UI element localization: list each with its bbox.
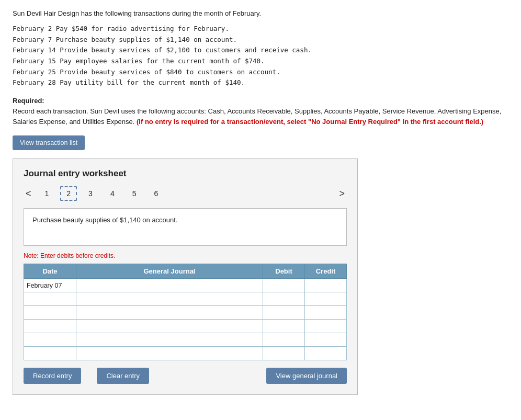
transactions-list: February 2 Pay $540 for radio advertisin… [13,24,508,88]
next-tab-button[interactable]: > [337,188,347,199]
credit-cell-5[interactable] [305,333,347,347]
credit-cell-6[interactable] [305,347,347,360]
tab-1[interactable]: 1 [39,186,55,201]
credit-input-2[interactable] [305,292,346,305]
record-entry-button[interactable]: Record entry [24,368,81,384]
credit-input-3[interactable] [305,306,346,319]
credit-input-5[interactable] [305,333,346,346]
transaction-description: Purchase beauty supplies of $1,140 on ac… [24,208,347,246]
date-cell-1: February 07 [24,279,76,292]
transaction-line-2: February 7 Purchase beauty supplies of $… [13,35,508,46]
gj-cell-3[interactable] [76,306,263,320]
date-cell-4[interactable] [24,320,76,333]
prev-tab-button[interactable]: < [24,188,33,199]
date-cell-6[interactable] [24,347,76,360]
table-row [24,333,347,347]
gj-input-6[interactable] [76,347,263,360]
intro-text: Sun Devil Hair Design has the following … [13,9,508,17]
tab-nav: < 1 2 3 4 5 6 > [24,186,347,201]
date-cell-5[interactable] [24,333,76,347]
gj-input-1[interactable] [76,279,263,292]
gj-cell-6[interactable] [76,347,263,360]
table-row [24,306,347,320]
note-text: Note: Enter debits before credits. [24,252,347,259]
table-row [24,292,347,306]
debit-input-6[interactable] [263,347,304,360]
table-row: February 07 [24,279,347,292]
worksheet-title: Journal entry worksheet [24,168,347,179]
tab-5[interactable]: 5 [126,186,143,201]
credit-cell-2[interactable] [305,292,347,306]
table-row [24,347,347,360]
debit-input-1[interactable] [263,279,304,292]
gj-input-3[interactable] [76,306,263,319]
credit-input-1[interactable] [305,279,346,292]
debit-cell-5[interactable] [263,333,305,347]
date-input-2[interactable] [24,292,76,305]
tab-3[interactable]: 3 [82,186,99,201]
debit-cell-3[interactable] [263,306,305,320]
debit-input-4[interactable] [263,320,304,333]
credit-cell-1[interactable] [305,279,347,292]
date-cell-2[interactable] [24,292,76,306]
required-red-text: (If no entry is required for a transacti… [137,118,483,126]
debit-input-2[interactable] [263,292,304,305]
debit-cell-4[interactable] [263,320,305,333]
date-input-5[interactable] [24,333,76,346]
col-header-debit: Debit [263,264,305,279]
transaction-line-1: February 2 Pay $540 for radio advertisin… [13,24,508,35]
tab-4[interactable]: 4 [104,186,121,201]
date-input-4[interactable] [24,320,76,333]
credit-input-6[interactable] [305,347,346,360]
date-input-3[interactable] [24,306,76,319]
col-header-date: Date [24,264,76,279]
action-buttons: Record entry Clear entry View general jo… [24,368,347,384]
col-header-credit: Credit [305,264,347,279]
transaction-line-4: February 15 Pay employee salaries for th… [13,56,508,67]
gj-cell-2[interactable] [76,292,263,306]
credit-input-4[interactable] [305,320,346,333]
credit-cell-4[interactable] [305,320,347,333]
transaction-line-5: February 25 Provide beauty services of $… [13,67,508,78]
view-general-journal-button[interactable]: View general journal [266,368,347,384]
worksheet-container: Journal entry worksheet < 1 2 3 4 5 6 > … [13,158,358,395]
debit-cell-2[interactable] [263,292,305,306]
required-section: Required: Record each transaction. Sun D… [13,96,508,127]
clear-entry-button[interactable]: Clear entry [97,368,149,384]
col-header-gj: General Journal [76,264,263,279]
gj-cell-1[interactable] [76,279,263,292]
date-input-6[interactable] [24,347,76,360]
gj-cell-4[interactable] [76,320,263,333]
gj-input-5[interactable] [76,333,263,346]
table-row [24,320,347,333]
view-transaction-list-button[interactable]: View transaction list [13,135,85,150]
date-cell-3[interactable] [24,306,76,320]
required-label: Required: [13,97,44,105]
debit-input-5[interactable] [263,333,304,346]
debit-cell-1[interactable] [263,279,305,292]
credit-cell-3[interactable] [305,306,347,320]
debit-input-3[interactable] [263,306,304,319]
tab-2[interactable]: 2 [60,186,77,201]
transaction-line-3: February 14 Provide beauty services of $… [13,45,508,56]
gj-input-2[interactable] [76,292,263,305]
journal-table: Date General Journal Debit Credit Februa… [24,264,347,360]
gj-input-4[interactable] [76,320,263,333]
tab-6[interactable]: 6 [148,186,165,201]
gj-cell-5[interactable] [76,333,263,347]
debit-cell-6[interactable] [263,347,305,360]
transaction-line-6: February 28 Pay utility bill for the cur… [13,77,508,88]
